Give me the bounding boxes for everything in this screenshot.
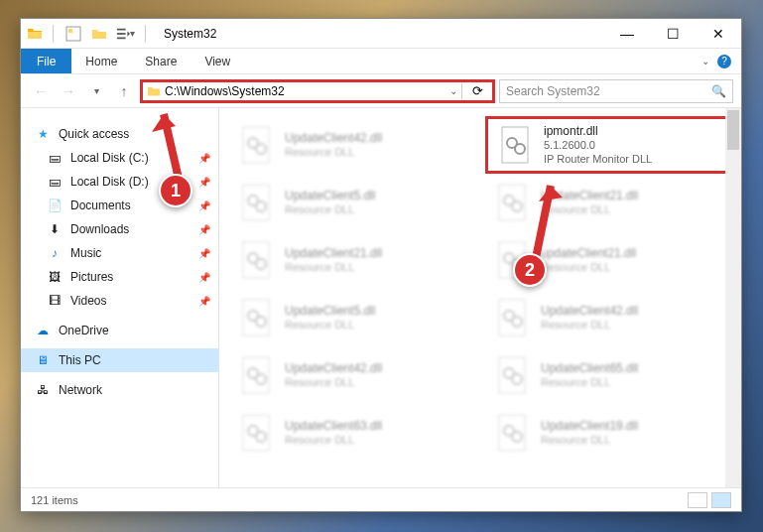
scroll-thumb[interactable] (727, 110, 739, 150)
folder-icon (27, 26, 43, 42)
maximize-button[interactable]: ☐ (650, 19, 696, 49)
documents-icon: 📄 (47, 198, 63, 213)
file-item[interactable]: UpdateClient63.dllResource DLL (229, 404, 485, 462)
file-item[interactable]: UpdateClient42.dllResource DLL (485, 289, 741, 346)
svg-rect-3 (116, 33, 125, 35)
file-item-ipmontr[interactable]: ipmontr.dll5.1.2600.0IP Router Monitor D… (485, 116, 741, 174)
dll-icon (237, 355, 277, 395)
qat-customize-icon[interactable]: ▾ (115, 24, 135, 44)
dll-icon (493, 355, 533, 395)
recent-locations-button[interactable]: ▾ (84, 79, 108, 103)
title-bar: ▾ System32 — ☐ ✕ (21, 19, 741, 49)
scrollbar[interactable] (725, 108, 741, 487)
file-item[interactable]: UpdateClient19.dllResource DLL (485, 404, 741, 462)
star-icon: ★ (35, 126, 51, 142)
status-bar: 121 items (21, 487, 741, 511)
view-large-icons-button[interactable] (711, 492, 731, 508)
pin-icon: 📌 (198, 200, 210, 211)
tab-home[interactable]: Home (71, 49, 131, 73)
pictures-icon: 🖼 (47, 269, 63, 285)
close-button[interactable]: ✕ (696, 19, 741, 49)
pin-icon: 📌 (198, 248, 210, 259)
file-item[interactable]: UpdateClient5.dllResource DLL (229, 174, 485, 231)
view-details-button[interactable] (688, 492, 707, 508)
sidebar-this-pc[interactable]: 🖥This PC (21, 348, 218, 372)
sidebar-item-videos[interactable]: 🎞Videos📌 (21, 289, 218, 313)
svg-marker-42 (539, 186, 563, 201)
search-icon: 🔍 (711, 84, 726, 98)
pin-icon: 📌 (198, 272, 210, 283)
ribbon-expand-icon[interactable]: ⌄ (701, 56, 709, 66)
qat-new-folder-icon[interactable] (89, 24, 109, 44)
folder-icon (147, 84, 161, 98)
file-list: UpdateClient42.dllResource DLL ipmontr.d… (219, 108, 741, 487)
refresh-button[interactable]: ⟳ (466, 80, 488, 102)
svg-rect-2 (116, 28, 125, 30)
dll-icon (496, 125, 536, 165)
up-button[interactable]: ↑ (112, 79, 136, 103)
file-tab[interactable]: File (21, 49, 71, 73)
file-item[interactable]: UpdateClient5.dllResource DLL (229, 289, 485, 346)
minimize-button[interactable]: — (604, 19, 650, 49)
onedrive-icon: ☁ (35, 323, 51, 338)
dll-icon (493, 298, 533, 337)
music-icon: ♪ (47, 245, 63, 261)
annotation-callout-1: 1 (159, 174, 192, 207)
pin-icon: 📌 (198, 296, 210, 307)
address-path: C:\Windows\System32 (165, 84, 445, 98)
search-input[interactable]: Search System32 🔍 (499, 79, 733, 103)
file-item[interactable]: UpdateClient42.dllResource DLL (229, 346, 485, 404)
sidebar-item-pictures[interactable]: 🖼Pictures📌 (21, 265, 218, 289)
tab-view[interactable]: View (191, 49, 244, 73)
sidebar-onedrive[interactable]: ☁OneDrive (21, 319, 218, 342)
dll-icon (237, 240, 277, 280)
pc-icon: 🖥 (35, 352, 51, 368)
sidebar-item-music[interactable]: ♪Music📌 (21, 241, 218, 265)
drive-icon: 🖴 (47, 150, 63, 166)
forward-button[interactable]: → (57, 79, 80, 103)
annotation-arrow-1 (144, 104, 203, 184)
explorer-window: ▾ System32 — ☐ ✕ File Home Share View ⌄ … (20, 18, 742, 512)
pin-icon: 📌 (198, 224, 210, 235)
sidebar-network[interactable]: 🖧Network (21, 378, 218, 402)
tab-share[interactable]: Share (131, 49, 191, 73)
dll-icon (237, 413, 277, 453)
back-button[interactable]: ← (29, 79, 53, 103)
address-bar[interactable]: C:\Windows\System32 ⌄ ⟳ (140, 79, 495, 103)
dll-icon (237, 125, 277, 165)
dll-icon (493, 413, 533, 453)
downloads-icon: ⬇ (47, 221, 63, 237)
svg-rect-1 (68, 29, 72, 33)
address-dropdown-icon[interactable]: ⌄ (449, 85, 457, 96)
qat-properties-icon[interactable] (64, 24, 83, 44)
file-item[interactable]: UpdateClient42.dllResource DLL (229, 116, 485, 174)
dll-icon (237, 183, 277, 222)
svg-rect-4 (116, 37, 125, 39)
item-count: 121 items (31, 494, 78, 506)
sidebar-item-downloads[interactable]: ⬇Downloads📌 (21, 217, 218, 241)
window-title: System32 (164, 27, 216, 41)
annotation-callout-2: 2 (513, 253, 547, 287)
help-icon[interactable]: ? (717, 55, 731, 68)
network-icon: 🖧 (35, 382, 51, 398)
drive-icon: 🖴 (47, 174, 63, 190)
file-item[interactable]: UpdateClient21.dllResource DLL (229, 231, 485, 289)
address-bar-row: ← → ▾ ↑ C:\Windows\System32 ⌄ ⟳ Search S… (21, 74, 741, 108)
dll-icon (237, 298, 277, 337)
search-placeholder: Search System32 (506, 84, 711, 98)
file-item[interactable]: UpdateClient65.dllResource DLL (485, 346, 741, 404)
ribbon-tabs: File Home Share View ⌄ ? (21, 49, 741, 74)
annotation-arrow-2 (521, 174, 580, 263)
videos-icon: 🎞 (47, 293, 63, 309)
